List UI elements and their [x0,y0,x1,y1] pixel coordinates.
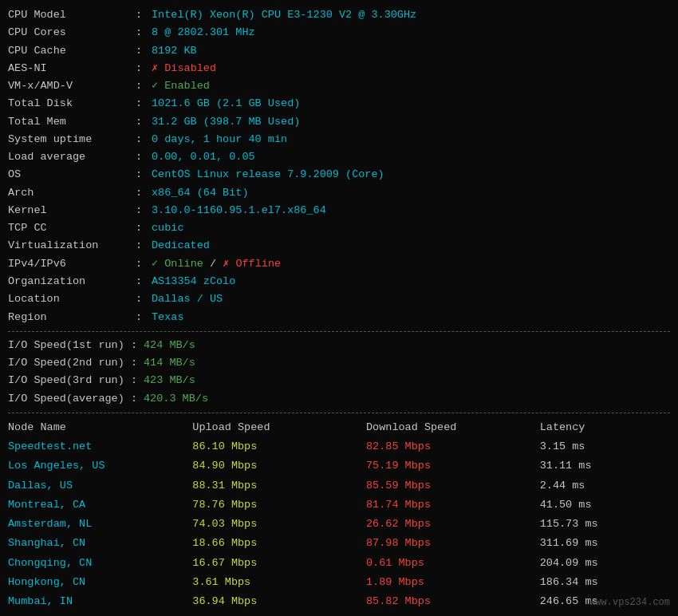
network-node-name: Montreal, CA [8,496,192,515]
info-colon: : [136,77,152,95]
io-value: 423 MB/s [144,372,195,389]
network-download-speed: 81.74 Mbps [366,496,540,515]
info-label: Load average [8,148,136,166]
info-label: Kernel [8,202,136,219]
io-speed-row: I/O Speed(3rd run) : 423 MB/s [8,372,670,389]
info-colon: : [136,42,152,60]
info-label: Location [8,290,136,308]
network-upload-speed: 36.94 Mbps [192,592,366,611]
network-latency: 204.09 ms [540,554,670,573]
network-col-header-upload: Upload Speed [192,418,366,437]
info-label: Arch [8,184,136,202]
system-info-row: Location : Dallas / US [8,290,670,308]
io-value: 420.3 MB/s [144,390,208,408]
network-upload-speed: 88.31 Mbps [192,476,366,496]
network-table-header-row: Node NameUpload SpeedDownload SpeedLaten… [8,418,670,437]
io-label: I/O Speed(2nd run) : [8,354,144,372]
system-info-row: CPU Cores : 8 @ 2802.301 MHz [8,24,670,41]
network-download-speed: 85.59 Mbps [366,476,540,496]
divider-1 [8,331,670,332]
info-value: cubic [152,219,184,237]
system-info-row: Total Disk : 1021.6 GB (2.1 GB Used) [8,95,670,113]
network-download-speed: 82.85 Mbps [366,437,540,456]
info-label: Total Disk [8,95,136,113]
network-table-row: Shanghai, CN18.66 Mbps87.98 Mbps311.69 m… [8,534,670,553]
info-value: 31.2 GB (398.7 MB Used) [152,113,300,131]
info-label: Virtualization [8,237,136,255]
network-upload-speed: 16.67 Mbps [192,554,366,573]
info-value: 1021.6 GB (2.1 GB Used) [152,95,300,113]
info-colon: : [136,148,152,166]
info-label: CPU Model [8,6,136,24]
system-info-row: OS : CentOS Linux release 7.9.2009 (Core… [8,166,670,184]
divider-2 [8,413,670,413]
network-node-name: Los Angeles, US [8,456,192,476]
network-latency: 3.15 ms [540,437,670,456]
system-info-row: Total Mem : 31.2 GB (398.7 MB Used) [8,113,670,131]
network-node-name: Hongkong, CN [8,573,192,592]
network-upload-speed: 59.76 Mbps [192,612,366,617]
info-value: 0 days, 1 hour 40 min [152,131,287,148]
system-info-row: Organization : AS13354 zColo [8,273,670,290]
network-latency: 210.60 ms [540,612,670,617]
info-colon: : [136,237,152,255]
info-label: CPU Cores [8,24,136,41]
info-label: OS [8,166,136,184]
io-label: I/O Speed(1st run) : [8,337,144,354]
network-download-speed: 26.62 Mbps [366,515,540,534]
info-value: 8192 KB [152,42,197,60]
info-colon: : [136,255,152,273]
info-colon: : [136,309,152,326]
info-label: Region [8,309,136,326]
network-download-speed: 1.89 Mbps [366,573,540,592]
network-download-speed: 75.19 Mbps [366,456,540,476]
io-label: I/O Speed(average) : [8,390,144,408]
info-value: ✓ Enabled [152,77,210,95]
info-label: CPU Cache [8,42,136,60]
system-info-row: VM-x/AMD-V : ✓ Enabled [8,77,670,95]
info-value: Texas [152,309,184,326]
network-node-name: Singapore, SG [8,612,192,617]
network-table-row: Dallas, US88.31 Mbps85.59 Mbps2.44 ms [8,476,670,496]
network-upload-speed: 74.03 Mbps [192,515,366,534]
network-node-name: Speedtest.net [8,437,192,456]
network-table-row: Amsterdam, NL74.03 Mbps26.62 Mbps115.73 … [8,515,670,534]
io-speed-row: I/O Speed(1st run) : 424 MB/s [8,337,670,354]
network-upload-speed: 84.90 Mbps [192,456,366,476]
network-section: Node NameUpload SpeedDownload SpeedLaten… [8,418,670,616]
network-latency: 41.50 ms [540,496,670,515]
info-label: Organization [8,273,136,290]
system-info-row: Arch : x86_64 (64 Bit) [8,184,670,202]
info-value: 3.10.0-1160.95.1.el7.x86_64 [152,202,326,219]
system-info-row: CPU Cache : 8192 KB [8,42,670,60]
info-value: ✗ Disabled [152,60,216,77]
system-info-row: AES-NI : ✗ Disabled [8,60,670,77]
info-colon: : [136,202,152,219]
info-value: Dedicated [152,237,210,255]
system-info-row: Virtualization : Dedicated [8,237,670,255]
info-colon: : [136,60,152,77]
network-node-name: Amsterdam, NL [8,515,192,534]
io-label: I/O Speed(3rd run) : [8,372,144,389]
info-value: ✓ Online / ✗ Offline [152,255,281,273]
network-download-speed: 91.06 Mbps [366,612,540,617]
network-latency: 311.69 ms [540,534,670,553]
network-table-row: Singapore, SG59.76 Mbps91.06 Mbps210.60 … [8,612,670,617]
info-value: AS13354 zColo [152,273,235,290]
network-upload-speed: 3.61 Mbps [192,573,366,592]
system-info-row: Load average : 0.00, 0.01, 0.05 [8,148,670,166]
io-speed-row: I/O Speed(2nd run) : 414 MB/s [8,354,670,372]
network-node-name: Chongqing, CN [8,554,192,573]
network-table-row: Speedtest.net86.10 Mbps82.85 Mbps3.15 ms [8,437,670,456]
info-label: AES-NI [8,60,136,77]
info-colon: : [136,24,152,41]
system-info-row: Region : Texas [8,309,670,326]
network-node-name: Mumbai, IN [8,592,192,611]
info-colon: : [136,290,152,308]
info-value: CentOS Linux release 7.9.2009 (Core) [152,166,384,184]
info-label: VM-x/AMD-V [8,77,136,95]
network-upload-speed: 18.66 Mbps [192,534,366,553]
network-table-row: Hongkong, CN3.61 Mbps1.89 Mbps186.34 ms [8,573,670,592]
system-info-row: Kernel : 3.10.0-1160.95.1.el7.x86_64 [8,202,670,219]
network-latency: 31.11 ms [540,456,670,476]
